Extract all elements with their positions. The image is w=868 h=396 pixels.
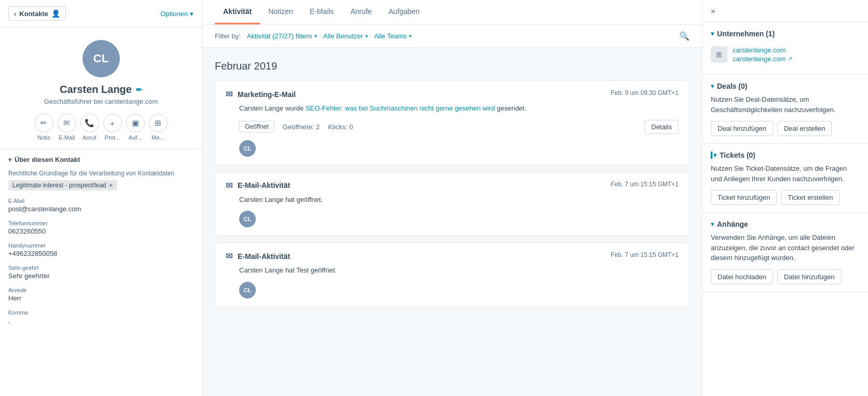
deal-create-button[interactable]: Deal erstellen: [777, 121, 832, 136]
activity-body: Carsten Lange hat geöffnet.: [239, 195, 679, 205]
filter-label: Filter by:: [215, 32, 241, 40]
komma-field: Komma ,: [8, 309, 194, 324]
attachments-chevron-icon: ▾: [711, 221, 714, 228]
email-icon: ✉: [58, 114, 76, 132]
activity-type-label: E-Mail-Aktivität: [238, 252, 290, 261]
action-me[interactable]: ⊞ Me...: [149, 114, 168, 141]
activity-type: ✉ Marketing-E-Mail: [226, 89, 296, 99]
company-name-link[interactable]: carstenlange.com: [733, 46, 792, 54]
tickets-section-header[interactable]: ▾ Tickets (0): [711, 151, 860, 159]
main-content: Aktivität Notizen E-Mails Anrufe Aufgabe…: [202, 0, 702, 396]
card-header: ✉ Marketing-E-Mail Feb. 9 um 09:30 GMT+1: [226, 89, 679, 99]
activity-avatar: CL: [239, 140, 256, 157]
tab-emails[interactable]: E-Mails: [301, 0, 342, 24]
email-link[interactable]: SEO-Fehler: was bei Suchmaschinen nicht …: [306, 104, 495, 112]
activity-card-email-1: ✉ E-Mail-Aktivität Feb. 7 um 15:15 GMT+1…: [215, 172, 690, 237]
right-panel: » ▾ Unternehmen (1) ⊞ carstenlange.com c…: [702, 0, 868, 396]
deals-section-header[interactable]: ▾ Deals (0): [711, 82, 860, 90]
ticket-create-button[interactable]: Ticket erstellen: [781, 190, 839, 205]
deals-chevron-icon: ▾: [711, 83, 714, 90]
teams-filter-button[interactable]: Alle Teams ▾: [374, 32, 411, 40]
action-auf[interactable]: ▣ Auf...: [126, 114, 145, 141]
opened-badge: Geöffnet: [239, 121, 274, 132]
about-section-label: Über diesen Kontakt: [15, 156, 80, 163]
tickets-buttons: Ticket hinzufügen Ticket erstellen: [711, 190, 860, 205]
email-activity-icon: ✉: [226, 181, 232, 190]
activity-stats: Geöffnet Geöffnete: 2 Klicks: 0 Details: [239, 120, 679, 134]
email-field: E-Mail post@carstenlange.com: [8, 198, 194, 213]
attachments-section-header[interactable]: ▾ Anhänge: [711, 220, 860, 228]
tab-aktivitat[interactable]: Aktivität: [215, 0, 260, 24]
back-label: Kontakte: [19, 10, 48, 18]
tickets-description: Nutzen Sie Ticket-Datensätze, um die Fra…: [711, 163, 860, 184]
contact-name: Carsten Lange ✏: [60, 84, 142, 95]
auf-icon: ▣: [126, 114, 145, 132]
deals-section-title: Deals (0): [717, 82, 747, 90]
legal-note: Rechtliche Grundlage für die Verarbeitun…: [8, 170, 194, 177]
activity-feed: Februar 2019 ✉ Marketing-E-Mail Feb. 9 u…: [202, 48, 702, 396]
sidebar-header: ‹ Kontakte 👤 Optionen ▾: [0, 0, 202, 28]
tickets-section: ▾ Tickets (0) Nutzen Sie Ticket-Datensät…: [702, 144, 868, 213]
action-prot[interactable]: + Prot...: [103, 114, 122, 141]
user-filter-button[interactable]: Alle Benutzer ▾: [323, 32, 368, 40]
file-upload-button[interactable]: Datei hochladen: [711, 269, 773, 284]
activity-date: Feb. 7 um 15:15 GMT+1: [611, 251, 679, 258]
deals-section: ▾ Deals (0) Nutzen Sie Deal-Datensätze, …: [702, 75, 868, 144]
card-header: ✉ E-Mail-Aktivität Feb. 7 um 15:15 GMT+1: [226, 251, 679, 261]
company-section: ▾ Unternehmen (1) ⊞ carstenlange.com car…: [702, 22, 868, 75]
email-activity-icon: ✉: [226, 251, 232, 261]
avatar: CL: [82, 40, 120, 77]
user-filter-chevron: ▾: [365, 33, 368, 39]
filter-bar: Filter by: Aktivität (27/27) filtern ▾ A…: [202, 25, 702, 48]
action-email[interactable]: ✉ E-Mail: [58, 114, 76, 141]
attachments-description: Verwenden Sie Anhänge, um alle Dateien a…: [711, 233, 860, 263]
options-button[interactable]: Optionen ▾: [160, 10, 194, 18]
notiz-icon: ✏: [35, 114, 53, 132]
activity-date: Feb. 9 um 09:30 GMT+1: [611, 89, 679, 97]
sehr-geehrt-field: Sehr-geehrt Sehr geehrter: [8, 265, 194, 280]
contact-details: Rechtliche Grundlage für die Verarbeitun…: [0, 170, 202, 340]
tag-badge: Legitimate interest - prospect/lead ✕: [8, 180, 117, 190]
teams-filter-chevron: ▾: [409, 33, 411, 39]
prot-icon: +: [103, 114, 122, 132]
month-header: Februar 2019: [215, 60, 690, 72]
back-arrow-icon: ‹: [14, 10, 16, 18]
deals-description: Nutzen Sie Deal-Datensätze, um Geschäfts…: [711, 94, 860, 115]
attachments-section-title: Anhänge: [717, 220, 748, 228]
details-button[interactable]: Details: [644, 120, 679, 134]
klicks-stat: Klicks: 0: [328, 123, 353, 131]
action-notiz[interactable]: ✏ Notiz: [35, 114, 53, 141]
tickets-section-title: Tickets (0): [720, 151, 755, 159]
person-icon: 👤: [51, 9, 60, 18]
back-button[interactable]: ‹ Kontakte 👤: [8, 6, 66, 21]
deal-add-button[interactable]: Deal hinzufügen: [711, 121, 773, 136]
tag-remove-icon[interactable]: ✕: [108, 182, 113, 189]
about-section-header[interactable]: ▾ Über diesen Kontakt: [0, 149, 202, 170]
activity-filter-chevron: ▾: [314, 33, 317, 39]
activity-type-label: E-Mail-Aktivität: [238, 181, 290, 189]
attachments-section: ▾ Anhänge Verwenden Sie Anhänge, um alle…: [702, 213, 868, 292]
activity-type: ✉ E-Mail-Aktivität: [226, 181, 290, 190]
activity-filter-button[interactable]: Aktivität (27/27) filtern ▾: [247, 32, 317, 40]
anrede-field: Anrede Herr: [8, 287, 194, 302]
company-section-header[interactable]: ▾ Unternehmen (1): [711, 30, 860, 38]
activity-date: Feb. 7 um 15:15 GMT+1: [611, 181, 679, 188]
file-add-button[interactable]: Datei hinzufügen: [777, 269, 842, 284]
ticket-add-button[interactable]: Ticket hinzufügen: [711, 190, 777, 205]
phone-field: Telefonnummer 0623260550: [8, 220, 194, 235]
company-row: ⊞ carstenlange.com carstenlange.com ↗: [711, 42, 860, 67]
activity-body: Carsten Lange hat Test geöffnet.: [239, 265, 679, 276]
search-icon[interactable]: 🔍: [679, 31, 690, 41]
tab-aufgaben[interactable]: Aufgaben: [380, 0, 428, 24]
collapse-icon[interactable]: »: [711, 6, 715, 16]
tab-anrufe[interactable]: Anrufe: [342, 0, 380, 24]
mobile-field: Handynummer +496232850058: [8, 242, 194, 257]
legal-basis-field: Rechtliche Grundlage für die Verarbeitun…: [8, 170, 194, 190]
edit-icon[interactable]: ✏: [136, 86, 142, 94]
company-url-link[interactable]: carstenlange.com ↗: [733, 55, 792, 63]
card-header: ✉ E-Mail-Aktivität Feb. 7 um 15:15 GMT+1: [226, 181, 679, 190]
activity-avatar: CL: [239, 282, 256, 298]
tab-notizen[interactable]: Notizen: [260, 0, 301, 24]
action-anruf[interactable]: 📞 Anruf: [80, 114, 99, 141]
external-link-icon: ↗: [788, 56, 792, 62]
